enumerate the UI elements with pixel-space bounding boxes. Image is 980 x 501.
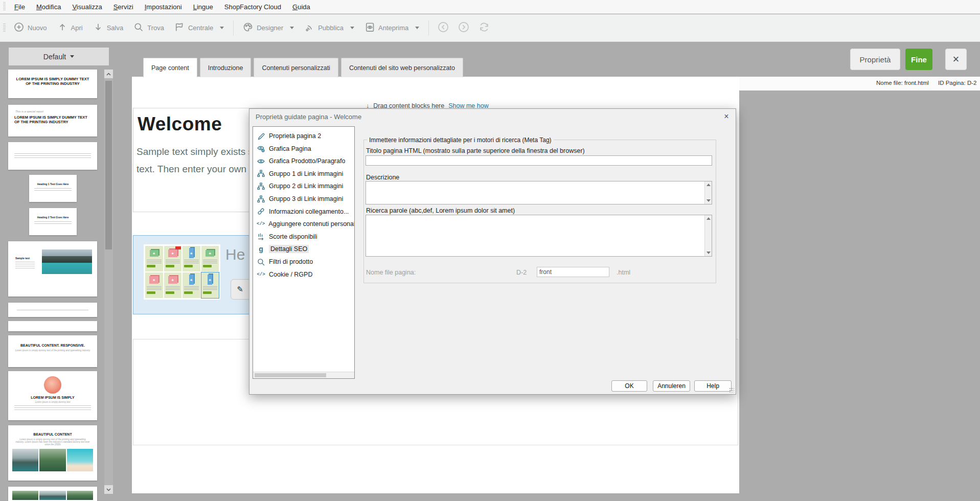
menu-impostazioni[interactable]: Impostazioni bbox=[139, 1, 188, 13]
tab-introduzione[interactable]: Introduzione bbox=[200, 58, 252, 77]
nav-dettagli-seo[interactable]: g Dettagli SEO bbox=[253, 243, 354, 255]
product-tile[interactable]: ★ bbox=[145, 246, 163, 271]
page-thumbnail-10[interactable]: LOREM IPSUM IS SIMPLY Lorem ipsum is sim… bbox=[8, 371, 97, 420]
welcome-paragraph[interactable]: Sample text simply exists so text. Then … bbox=[136, 143, 262, 178]
properties-button[interactable]: Proprietà bbox=[850, 49, 900, 70]
page-thumbnail-8[interactable] bbox=[8, 321, 97, 331]
product-tile[interactable]: ★ bbox=[183, 272, 200, 298]
view-details-button[interactable] bbox=[184, 291, 193, 294]
nav-filtri-prodotto[interactable]: Filtri di prodotto bbox=[253, 256, 354, 268]
menu-shopfactory-cloud[interactable]: ShopFactory Cloud bbox=[219, 1, 287, 13]
cancel-button[interactable]: Annuleren bbox=[653, 380, 690, 392]
menu-modifica[interactable]: Modifica bbox=[31, 1, 66, 13]
menu-guida[interactable]: Guida bbox=[287, 1, 316, 13]
publish-dropdown-caret[interactable] bbox=[350, 27, 354, 29]
edit-block-chip[interactable]: ✎ bbox=[231, 279, 249, 300]
toolbar-grip[interactable] bbox=[3, 2, 6, 11]
sidebar-scrollbar[interactable] bbox=[104, 70, 113, 494]
scroll-down-icon[interactable] bbox=[706, 252, 711, 254]
scroll-up-button[interactable] bbox=[104, 70, 113, 78]
seo-group-box: Immettere informazioni dettagliate per i… bbox=[363, 140, 716, 283]
keywords-textarea[interactable] bbox=[366, 215, 712, 257]
view-details-button[interactable] bbox=[147, 265, 155, 267]
product-tile[interactable]: ★ bbox=[183, 246, 200, 271]
ok-button[interactable]: OK bbox=[611, 380, 647, 392]
product-tile[interactable]: ★ bbox=[164, 246, 182, 271]
nav-grafica-pagina[interactable]: Grafica Pagina bbox=[253, 143, 354, 155]
central-button[interactable]: Centrale bbox=[169, 19, 229, 37]
preview-button[interactable]: Anteprima bbox=[359, 19, 424, 37]
product-tile[interactable]: ★ bbox=[145, 272, 163, 298]
view-details-button[interactable] bbox=[203, 265, 212, 267]
page-thumbnail-4[interactable]: Heading 1 Text Goes Here bbox=[29, 175, 77, 202]
open-button[interactable]: Apri bbox=[52, 19, 88, 37]
scroll-up-icon[interactable] bbox=[706, 184, 711, 186]
welcome-heading[interactable]: Welcome bbox=[138, 113, 222, 135]
refresh-icon[interactable] bbox=[478, 21, 490, 35]
scroll-up-icon[interactable] bbox=[706, 217, 711, 220]
view-details-button[interactable] bbox=[147, 291, 155, 294]
view-details-button[interactable] bbox=[166, 265, 174, 267]
page-thumbnail-7[interactable] bbox=[8, 303, 97, 317]
scroll-down-icon[interactable] bbox=[706, 199, 711, 202]
product-tile-selected[interactable]: ★ bbox=[201, 272, 219, 298]
tab-contenuti-personalizzati[interactable]: Contenuti personalizzati bbox=[254, 58, 338, 77]
close-editor-button[interactable]: × bbox=[945, 49, 967, 70]
product-tile[interactable]: ★ bbox=[201, 246, 219, 271]
new-button[interactable]: Nuovo bbox=[9, 19, 52, 37]
save-button[interactable]: Salva bbox=[88, 19, 129, 37]
designer-button[interactable]: Designer bbox=[238, 19, 299, 37]
page-thumbnail-9[interactable]: BEAUTIFUL CONTENT. RESPONSIVE. Lorem ips… bbox=[8, 335, 97, 367]
page-thumbnail-2[interactable]: This is a special report LOREM IPSUM IS … bbox=[8, 105, 97, 136]
help-button[interactable]: Help bbox=[694, 380, 732, 392]
toolbar-grip-2[interactable] bbox=[3, 24, 6, 33]
menu-file[interactable]: File bbox=[9, 1, 31, 13]
scroll-down-button[interactable] bbox=[104, 485, 113, 494]
page-thumbnail-3[interactable] bbox=[8, 142, 97, 170]
history-forward-icon[interactable] bbox=[458, 21, 469, 35]
textarea-scrollbar[interactable] bbox=[704, 215, 712, 256]
nav-aggiungere-contenuti[interactable]: </> Aggiungere contenuti personaliz bbox=[253, 218, 354, 230]
product-tile[interactable]: ★ bbox=[164, 272, 182, 298]
nav-grafica-prodotto[interactable]: Grafica Prodotto/Paragrafo bbox=[253, 155, 354, 167]
nav-proprieta-pagina[interactable]: Proprietà pagina 2 bbox=[253, 130, 354, 142]
finish-button[interactable]: Fine bbox=[905, 49, 932, 70]
nav-gruppo-2[interactable]: Gruppo 2 di Link immagini bbox=[253, 180, 354, 192]
scrollbar-thumb[interactable] bbox=[105, 81, 112, 249]
history-back-icon[interactable] bbox=[438, 21, 449, 35]
menu-lingue[interactable]: Lingue bbox=[188, 1, 219, 13]
description-textarea[interactable] bbox=[366, 181, 712, 204]
html-title-input[interactable] bbox=[366, 155, 712, 166]
thumb9-title: BEAUTIFUL CONTENT. RESPONSIVE. bbox=[8, 335, 97, 347]
page-thumbnail-12[interactable] bbox=[8, 487, 97, 501]
toolbar-separator bbox=[233, 20, 234, 36]
find-button[interactable]: Trova bbox=[128, 19, 169, 37]
filename-input[interactable] bbox=[537, 267, 609, 277]
view-details-button[interactable] bbox=[184, 265, 193, 267]
nav-scorte-disponibili[interactable]: Scorte disponibili bbox=[253, 231, 354, 243]
dialog-close-button[interactable]: × bbox=[721, 111, 732, 122]
nav-gruppo-3[interactable]: Gruppo 3 di Link immagini bbox=[253, 193, 354, 205]
nav-hscroll-thumb[interactable] bbox=[255, 373, 326, 377]
textarea-scrollbar[interactable] bbox=[704, 181, 712, 204]
designer-dropdown-caret[interactable] bbox=[290, 27, 294, 29]
menu-servizi[interactable]: Servizi bbox=[108, 1, 139, 13]
page-thumbnail-6[interactable]: Sample text bbox=[8, 241, 97, 297]
template-selector[interactable]: Default bbox=[9, 48, 109, 65]
publish-button[interactable]: Pubblica bbox=[299, 19, 359, 37]
nav-cookie-rgpd[interactable]: </> Cookie / RGPD bbox=[253, 268, 354, 281]
central-dropdown-caret[interactable] bbox=[220, 27, 224, 29]
menu-visualizza[interactable]: Visualizza bbox=[66, 1, 107, 13]
view-details-button[interactable] bbox=[203, 291, 212, 294]
view-details-button[interactable] bbox=[166, 291, 174, 294]
nav-gruppo-1[interactable]: Gruppo 1 di Link immagini bbox=[253, 168, 354, 180]
page-thumbnail-1[interactable]: LOREM IPSUM IS SIMPLY DUMMY TEXT OF THE … bbox=[8, 70, 97, 98]
preview-dropdown-caret[interactable] bbox=[415, 27, 419, 29]
nav-informazioni-collegamento[interactable]: Informazioni collegamento... bbox=[253, 206, 354, 218]
tab-contenuti-sito-web[interactable]: Contenuti del sito web personalizzato bbox=[341, 58, 463, 77]
dialog-resize-grip[interactable] bbox=[729, 388, 734, 393]
page-thumbnail-5[interactable]: Heading 2 Text Goes Here bbox=[29, 208, 77, 235]
nav-horizontal-scrollbar[interactable] bbox=[253, 372, 354, 378]
tab-page-content[interactable]: Page content bbox=[143, 58, 197, 77]
page-thumbnail-11[interactable]: BEAUTIFUL CONTENT Lorem ipsum is simply … bbox=[8, 425, 97, 481]
